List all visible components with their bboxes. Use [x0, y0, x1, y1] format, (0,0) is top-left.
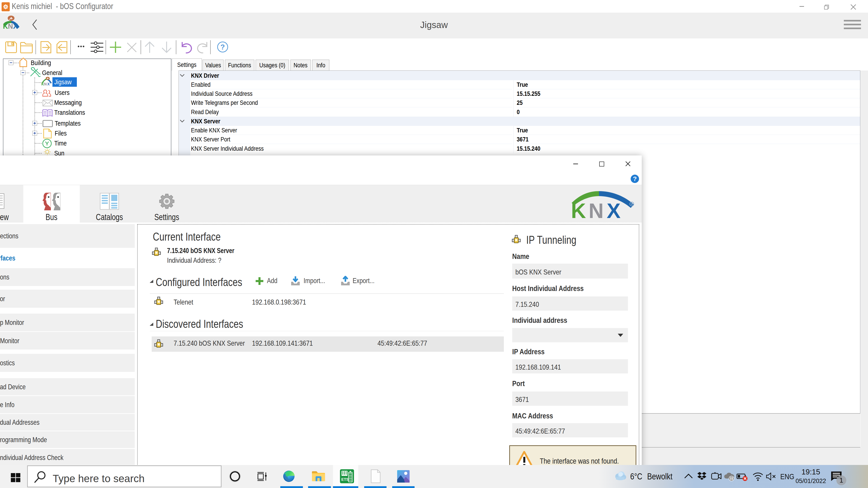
svg-text:N: N [8, 22, 13, 30]
svg-text:N: N [589, 199, 603, 219]
svg-text:X: X [13, 22, 18, 30]
svg-text:K: K [3, 22, 8, 30]
svg-text:R: R [631, 203, 633, 206]
svg-text:X: X [607, 199, 620, 219]
svg-text:X: X [47, 82, 50, 86]
svg-text:N: N [44, 82, 47, 86]
svg-text:K: K [41, 82, 44, 86]
svg-text:K: K [571, 199, 586, 219]
svg-text:ETS: ETS [341, 477, 349, 482]
